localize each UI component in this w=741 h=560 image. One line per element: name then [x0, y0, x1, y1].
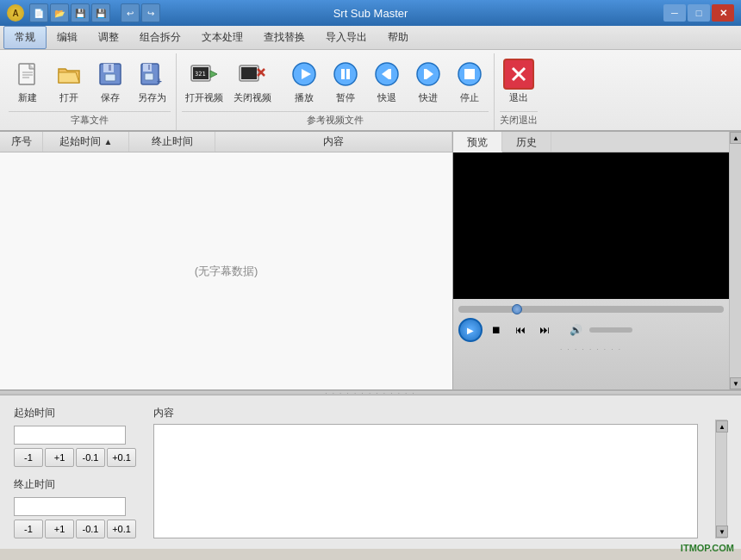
btn-saveas[interactable]: + 另存为 — [133, 57, 171, 106]
dots-row: · · · · · · · · · — [458, 344, 724, 355]
maximize-button[interactable]: □ — [688, 4, 710, 22]
btn-pause[interactable]: 暂停 — [327, 57, 364, 106]
save-label: 保存 — [101, 91, 120, 104]
btn-open-video[interactable]: 321 打开视频 — [182, 57, 227, 106]
save-icon — [95, 59, 126, 90]
svg-rect-6 — [105, 74, 115, 81]
new-icon — [12, 59, 43, 90]
scroll-down[interactable]: ▼ — [730, 377, 741, 389]
control-row: ▶ ⏹ ⏮ ⏭ 🔊 — [458, 316, 724, 344]
btn-stop[interactable]: 停止 — [451, 57, 489, 106]
start-minus01[interactable]: -0.1 — [76, 448, 105, 467]
resize-dots: · · · · · · · · · · · · · — [325, 389, 416, 397]
table-area: 序号 起始时间▲ 终止时间 内容 (无字幕数据) — [0, 132, 453, 389]
video-next-btn[interactable]: ⏭ — [534, 320, 555, 340]
close-video-label: 关闭视频 — [234, 91, 271, 104]
scroll-up[interactable]: ▲ — [730, 132, 741, 144]
minimize-button[interactable]: ─ — [663, 4, 686, 22]
btn-open[interactable]: 打开 — [50, 57, 88, 106]
menu-search[interactable]: 查找替换 — [253, 27, 315, 48]
start-time-row: 起始时间 -1 +1 -0.1 +0.1 — [14, 406, 136, 467]
content-scroll-down[interactable]: ▼ — [716, 526, 728, 538]
sort-icon: ▲ — [104, 137, 113, 146]
svg-rect-11 — [148, 65, 150, 70]
btn-play[interactable]: 播放 — [285, 57, 323, 106]
end-plus01[interactable]: +0.1 — [107, 520, 136, 538]
end-minus1[interactable]: -1 — [14, 520, 43, 538]
tab-preview[interactable]: 预览 — [453, 132, 502, 152]
saveas-label: 另存为 — [138, 91, 166, 104]
th-end[interactable]: 终止时间 — [129, 132, 215, 152]
content-textarea[interactable] — [153, 424, 698, 538]
volume-bar[interactable] — [589, 327, 632, 333]
end-plus1[interactable]: +1 — [45, 520, 74, 538]
menu-text[interactable]: 文本处理 — [191, 27, 253, 48]
btn-close-video[interactable]: 关闭视频 — [230, 57, 275, 106]
svg-point-23 — [334, 63, 357, 85]
tab-history[interactable]: 历史 — [502, 132, 551, 152]
menu-normal[interactable]: 常规 — [3, 26, 47, 49]
btn-forward[interactable]: 快进 — [409, 57, 447, 106]
start-adj-btns: -1 +1 -0.1 +0.1 — [14, 448, 136, 467]
stop-icon — [454, 59, 485, 90]
start-minus1[interactable]: -1 — [14, 448, 43, 467]
exit-buttons: 退出 — [500, 53, 538, 109]
pause-label: 暂停 — [336, 91, 355, 104]
btn-new[interactable]: 新建 — [9, 57, 47, 106]
svg-rect-31 — [424, 69, 427, 79]
video-stop-btn[interactable]: ⏹ — [486, 320, 507, 340]
content-label: 内容 — [153, 406, 698, 420]
table-header: 序号 起始时间▲ 终止时间 内容 — [0, 132, 452, 152]
video-play-btn[interactable]: ▶ — [458, 318, 483, 342]
window-title: Srt Sub Master — [333, 7, 408, 20]
open-video-icon: 321 — [189, 59, 220, 90]
end-time-row: 终止时间 -1 +1 -0.1 +0.1 — [14, 477, 136, 538]
end-minus01[interactable]: -0.1 — [76, 520, 105, 538]
end-time-input[interactable] — [14, 497, 126, 516]
play-icon — [289, 59, 320, 90]
start-plus01[interactable]: +0.1 — [107, 448, 136, 467]
tt-undo[interactable]: ↩ — [121, 3, 140, 22]
subtitle-group-label: 字幕文件 — [9, 111, 171, 130]
video-scrollbar[interactable]: ▲ ▼ — [729, 132, 741, 389]
time-fields: 起始时间 -1 +1 -0.1 +0.1 终止时间 -1 +1 -0.1 +0.… — [14, 406, 136, 538]
video-screen — [453, 152, 729, 299]
btn-rewind[interactable]: 快退 — [368, 57, 406, 106]
close-button[interactable]: ✕ — [712, 4, 734, 22]
svg-rect-25 — [346, 69, 350, 79]
volume-icon: 🔊 — [565, 320, 586, 340]
tt-redo[interactable]: ↪ — [141, 3, 160, 22]
video-prev-btn[interactable]: ⏮ — [510, 320, 531, 340]
menu-import[interactable]: 导入导出 — [315, 27, 377, 48]
menu-help[interactable]: 帮助 — [377, 27, 419, 48]
svg-rect-7 — [109, 65, 111, 71]
btn-exit[interactable]: 退出 — [500, 57, 538, 106]
th-content: 内容 — [215, 132, 452, 152]
tt-new[interactable]: 📄 — [29, 3, 48, 22]
start-plus1[interactable]: +1 — [45, 448, 74, 467]
tt-open[interactable]: 📂 — [50, 3, 69, 22]
seek-thumb[interactable] — [512, 304, 522, 314]
menu-edit[interactable]: 编辑 — [47, 27, 88, 48]
start-time-input[interactable] — [14, 426, 126, 445]
ribbon-group-video: 321 打开视频 关闭视频 — [177, 53, 495, 130]
svg-rect-28 — [389, 69, 391, 79]
content-field: 内容 — [153, 406, 698, 538]
content-scroll-up[interactable]: ▲ — [716, 420, 728, 432]
seek-bar[interactable] — [458, 306, 724, 313]
tt-saveas[interactable]: 💾 — [91, 3, 110, 22]
tt-save[interactable]: 💾 — [71, 3, 90, 22]
th-start[interactable]: 起始时间▲ — [43, 132, 129, 152]
video-group-label: 参考视频文件 — [182, 111, 489, 130]
play-label: 播放 — [295, 91, 314, 104]
pause-icon — [330, 59, 361, 90]
volume-fill — [589, 327, 615, 333]
menu-combine[interactable]: 组合拆分 — [129, 27, 191, 48]
content-scrollbar[interactable]: ▲ ▼ — [715, 420, 727, 538]
video-panel: 预览 历史 ▶ ⏹ ⏮ ⏭ 🔊 · · · · · · · · · — [453, 132, 729, 389]
svg-marker-15 — [210, 71, 217, 78]
open-video-label: 打开视频 — [185, 91, 223, 104]
end-time-label: 终止时间 — [14, 477, 136, 492]
menu-adjust[interactable]: 调整 — [88, 27, 129, 48]
btn-save[interactable]: 保存 — [91, 57, 129, 106]
